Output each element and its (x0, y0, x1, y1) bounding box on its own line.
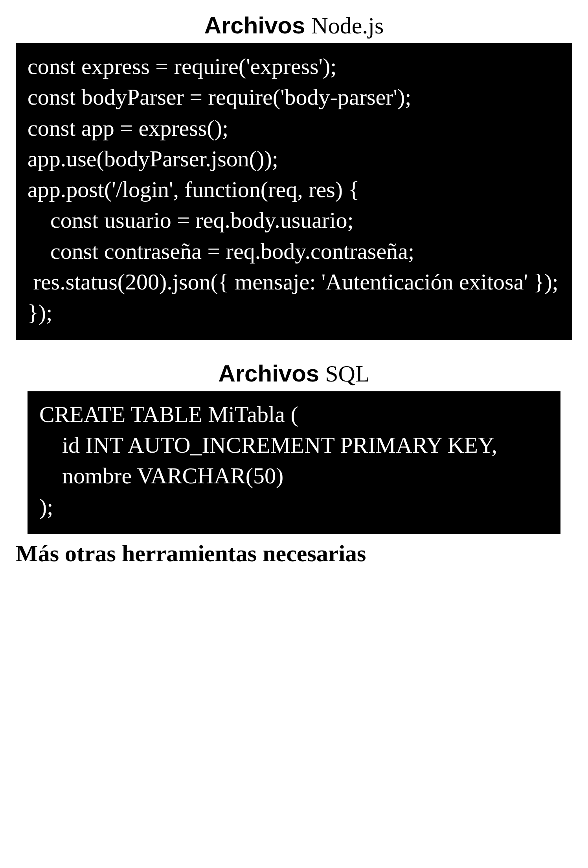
heading-normal-1: Node.js (305, 13, 384, 39)
heading-bold-1: Archivos (204, 12, 305, 39)
footer-text: Más otras herramientas necesarias (16, 540, 580, 567)
heading-sql: Archivos SQL (8, 360, 580, 387)
heading-normal-2: SQL (319, 361, 369, 387)
code-block-sql: CREATE TABLE MiTabla ( id INT AUTO_INCRE… (28, 391, 560, 534)
code-block-nodejs: const express = require('express'); cons… (16, 43, 572, 340)
heading-nodejs: Archivos Node.js (8, 12, 580, 39)
heading-bold-2: Archivos (218, 360, 319, 387)
